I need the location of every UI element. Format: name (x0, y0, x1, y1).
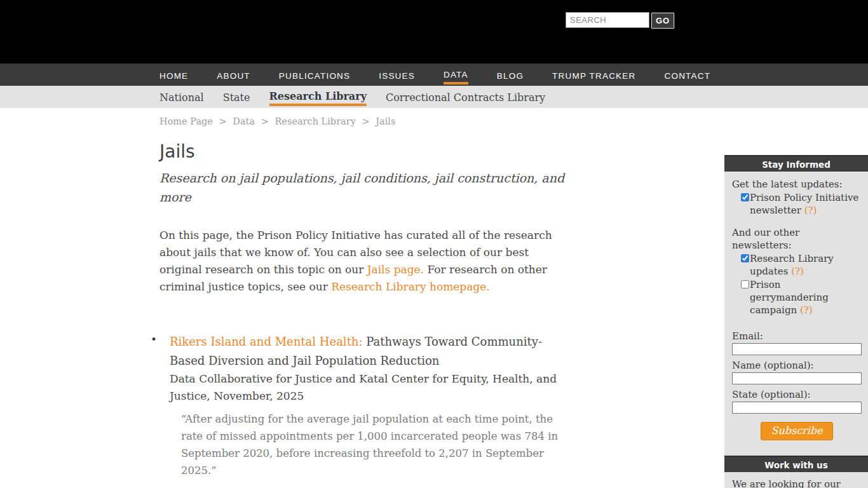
data-sub-nav: National State Research Library Correcti… (0, 86, 868, 108)
ppi-newsletter-checkbox[interactable] (741, 193, 749, 201)
subnav-item-state[interactable]: State (223, 89, 250, 105)
entry-title: Rikers Island and Mental Health: Pathway… (170, 332, 569, 370)
prison-gerrymandering-label: Prison gerrymandering campaign (750, 279, 829, 316)
nav-item-home[interactable]: HOME (159, 67, 188, 83)
nav-item-contact[interactable]: CONTACT (664, 67, 710, 83)
newsletter-gerrymandering-row[interactable]: Prison gerrymandering campaign (?) (732, 278, 862, 316)
breadcrumb: Home Page > Data > Research Library > Ja… (159, 116, 395, 126)
rikers-island-mental-health-link[interactable]: Rikers Island and Mental Health: (170, 335, 363, 348)
nav-item-about[interactable]: ABOUT (217, 67, 250, 83)
subnav-item-correctional-contracts-library[interactable]: Correctional Contracts Library (386, 89, 545, 105)
site-header: GO (0, 0, 868, 64)
nav-item-trump-tracker[interactable]: TRUMP TRACKER (552, 67, 635, 83)
prison-gerrymandering-checkbox[interactable] (741, 280, 749, 288)
breadcrumb-data-link[interactable]: Data (233, 116, 255, 126)
breadcrumb-current: Jails (376, 116, 395, 126)
main-content: Jails Research on jail populations, jail… (159, 141, 569, 488)
updates-intro-label: Get the latest updates: (732, 178, 862, 191)
entry-quote: “After adjusting for the average jail po… (181, 410, 569, 479)
research-entry: Rikers Island and Mental Health: Pathway… (159, 332, 569, 479)
search-form: GO (566, 12, 675, 29)
intro-paragraph: On this page, the Prison Policy Initiati… (159, 227, 569, 295)
breadcrumb-separator: > (261, 116, 269, 126)
work-with-us-header: Work with us (724, 456, 868, 472)
newsletter-research-library-row[interactable]: Research Library updates (?) (732, 252, 862, 278)
breadcrumb-separator: > (219, 116, 227, 126)
nav-item-issues[interactable]: ISSUES (379, 67, 415, 83)
email-field[interactable] (732, 343, 862, 355)
research-entry-list: Rikers Island and Mental Health: Pathway… (159, 332, 569, 488)
subnav-item-research-library[interactable]: Research Library (269, 88, 367, 106)
nav-item-data[interactable]: DATA (444, 65, 468, 85)
subnav-item-national[interactable]: National (159, 89, 204, 105)
name-label: Name (optional): (732, 359, 862, 372)
breadcrumb-home-link[interactable]: Home Page (159, 116, 213, 126)
ppi-newsletter-help-link[interactable]: (?) (804, 205, 817, 216)
name-field[interactable] (732, 372, 862, 384)
nav-item-publications[interactable]: PUBLICATIONS (279, 67, 350, 83)
work-with-us-text: We are looking for our first-ever Creato… (724, 472, 868, 488)
jails-page-link[interactable]: Jails page. (367, 263, 424, 276)
search-input[interactable] (566, 12, 649, 28)
page-title: Jails (159, 141, 569, 162)
email-label: Email: (732, 330, 862, 342)
nav-item-blog[interactable]: BLOG (497, 67, 524, 83)
work-text: We are looking for our first-ever (732, 478, 841, 488)
sidebar: Stay Informed Get the latest updates: Pr… (724, 155, 868, 488)
state-field[interactable] (732, 402, 862, 414)
state-label: State (optional): (732, 388, 862, 401)
stay-informed-header: Stay Informed (724, 155, 868, 172)
entry-attribution: Data Collaborative for Justice and Katal… (170, 370, 569, 405)
main-nav: HOME ABOUT PUBLICATIONS ISSUES DATA BLOG… (0, 64, 868, 86)
prison-gerrymandering-help-link[interactable]: (?) (800, 304, 813, 316)
research-library-updates-help-link[interactable]: (?) (791, 266, 804, 277)
subscribe-button[interactable]: Subscribe (761, 422, 832, 440)
other-newsletters-label: And our other newsletters: (732, 226, 862, 252)
breadcrumb-separator: > (362, 116, 369, 126)
page-subtitle: Research on jail populations, jail condi… (159, 168, 569, 207)
newsletter-ppi-row[interactable]: Prison Policy Initiative newsletter (?) (732, 191, 862, 217)
research-library-homepage-link[interactable]: Research Library homepage. (331, 280, 490, 293)
newsletter-signup-form: Get the latest updates: Prison Policy In… (724, 172, 868, 448)
breadcrumb-research-library-link[interactable]: Research Library (275, 116, 355, 126)
search-go-button[interactable]: GO (651, 12, 675, 29)
research-library-updates-checkbox[interactable] (741, 254, 749, 262)
